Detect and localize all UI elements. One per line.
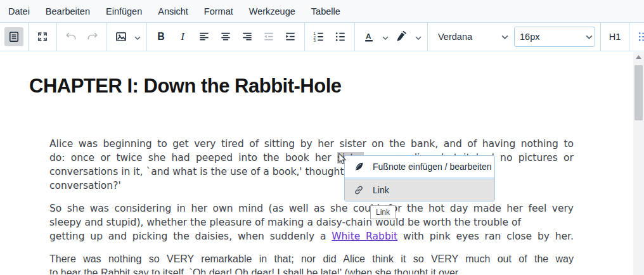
image-dropdown-button[interactable]	[132, 27, 143, 46]
context-menu-item-label: Link	[373, 185, 389, 195]
indent-icon	[284, 30, 297, 43]
document-outline-icon	[8, 30, 20, 43]
editor-canvas[interactable]: CHAPTER I: Down the Rabbit-Hole Alice wa…	[0, 51, 633, 274]
bullet-list-button[interactable]	[331, 27, 350, 46]
text-line: to hear the Rabbit say to itself, `Oh de…	[49, 266, 574, 274]
align-center-button[interactable]	[216, 27, 235, 46]
menu-werkzeuge[interactable]: Werkzeuge	[243, 3, 301, 20]
group-format: B I	[147, 23, 305, 51]
scroll-up-arrow-icon	[636, 54, 641, 60]
chevron-down-icon	[382, 31, 389, 42]
link-icon	[352, 184, 365, 196]
text-line: sleepy and stupid), whether the pleasure…	[49, 215, 574, 229]
feather-icon	[352, 161, 365, 172]
text-line: There was nothing so VERY remarkable in …	[49, 252, 574, 266]
insert-image-button[interactable]	[112, 27, 131, 46]
text-line: So she was considering in her own mind (…	[49, 201, 574, 215]
text-color-dropdown-button[interactable]	[380, 27, 391, 46]
align-right-icon	[241, 30, 254, 43]
italic-icon: I	[181, 30, 184, 43]
heading-h1-button[interactable]: H1	[604, 27, 626, 46]
outdent-icon	[262, 30, 275, 43]
italic-button[interactable]: I	[173, 27, 192, 46]
undo-icon	[65, 30, 77, 43]
highlighter-icon	[396, 30, 408, 43]
align-right-button[interactable]	[238, 27, 257, 46]
scrollbar-thumb[interactable]	[634, 65, 643, 120]
vertical-scrollbar[interactable]	[633, 52, 644, 275]
document-heading: CHAPTER I: Down the Rabbit-Hole	[29, 75, 633, 98]
group-font: Verdana 16px	[428, 23, 601, 51]
text-line: getting up and picking the daisies, when…	[49, 229, 574, 243]
text-run: with pink eyes ran close by her.	[397, 231, 574, 242]
svg-text:3: 3	[314, 39, 316, 42]
editor-window: Datei Bearbeiten Einfügen Ansicht Format…	[0, 0, 644, 275]
indent-button[interactable]	[281, 27, 300, 46]
context-menu-item-footnote[interactable]: Fußnote einfügen / bearbeiten	[345, 156, 494, 177]
paragraph-2: So she was considering in her own mind (…	[49, 201, 574, 243]
document-view-button[interactable]	[4, 27, 23, 46]
context-menu-item-label: Fußnote einfügen / bearbeiten	[373, 162, 492, 172]
group-image	[107, 23, 147, 51]
group-footnote-list	[629, 23, 644, 51]
footnote-list-button[interactable]	[634, 27, 644, 46]
menubar: Datei Bearbeiten Einfügen Ansicht Format…	[0, 0, 644, 23]
menu-bearbeiten[interactable]: Bearbeiten	[40, 3, 96, 20]
align-left-button[interactable]	[195, 27, 214, 46]
undo-button[interactable]	[61, 27, 80, 46]
context-menu: Fußnote einfügen / bearbeiten Link	[344, 155, 495, 201]
white-rabbit-link[interactable]: White Rabbit	[332, 231, 397, 242]
bullet-list-icon	[334, 30, 347, 43]
scroll-up-button[interactable]	[633, 52, 644, 63]
text-color-icon: A	[363, 30, 375, 43]
outdent-button[interactable]	[259, 27, 278, 46]
group-lists: 123	[305, 23, 355, 51]
group-heading: H1	[601, 23, 629, 51]
text-run: getting up and picking the daisies, when…	[49, 231, 332, 242]
fullscreen-button[interactable]	[33, 27, 52, 46]
chevron-down-icon	[415, 31, 422, 42]
image-icon	[115, 30, 127, 43]
menu-format[interactable]: Format	[198, 3, 239, 20]
text-line: Alice was beginning to get very tired of…	[49, 137, 574, 151]
highlight-dropdown-button[interactable]	[413, 27, 424, 46]
font-size-select[interactable]: 16px	[514, 27, 595, 47]
align-center-icon	[219, 30, 232, 43]
group-fullscreen	[29, 23, 57, 51]
font-family-select[interactable]: Verdana	[433, 27, 510, 47]
font-family-value: Verdana	[433, 32, 477, 42]
numbered-list-icon: 123	[312, 30, 325, 43]
align-left-icon	[198, 30, 210, 43]
svg-text:A: A	[366, 32, 371, 40]
chevron-down-icon	[583, 27, 595, 46]
paragraph-3: There was nothing so VERY remarkable in …	[49, 252, 574, 274]
menu-datei[interactable]: Datei	[3, 3, 35, 20]
bold-button[interactable]: B	[151, 27, 171, 46]
fullscreen-icon	[37, 31, 48, 42]
text-run: do: once or twice she had peeped into th…	[49, 152, 337, 163]
footnote-list-icon	[637, 30, 644, 43]
group-view	[0, 23, 29, 51]
highlight-color-button[interactable]	[392, 27, 411, 46]
redo-button[interactable]	[83, 27, 102, 46]
link-tooltip: Link	[370, 205, 396, 219]
menu-tabelle[interactable]: Tabelle	[306, 3, 346, 20]
group-history	[57, 23, 107, 51]
chevron-down-icon	[499, 27, 510, 46]
group-colors: A	[355, 23, 428, 51]
toolbar: B I	[0, 23, 644, 51]
context-menu-item-link[interactable]: Link	[345, 179, 494, 201]
text-color-button[interactable]: A	[359, 27, 378, 46]
bold-icon: B	[157, 31, 165, 42]
redo-icon	[86, 30, 99, 43]
numbered-list-button[interactable]: 123	[309, 27, 328, 46]
menu-einfuegen[interactable]: Einfügen	[100, 3, 148, 20]
font-size-value: 16px	[515, 32, 544, 42]
chevron-down-icon	[134, 31, 141, 42]
menu-ansicht[interactable]: Ansicht	[152, 3, 194, 20]
